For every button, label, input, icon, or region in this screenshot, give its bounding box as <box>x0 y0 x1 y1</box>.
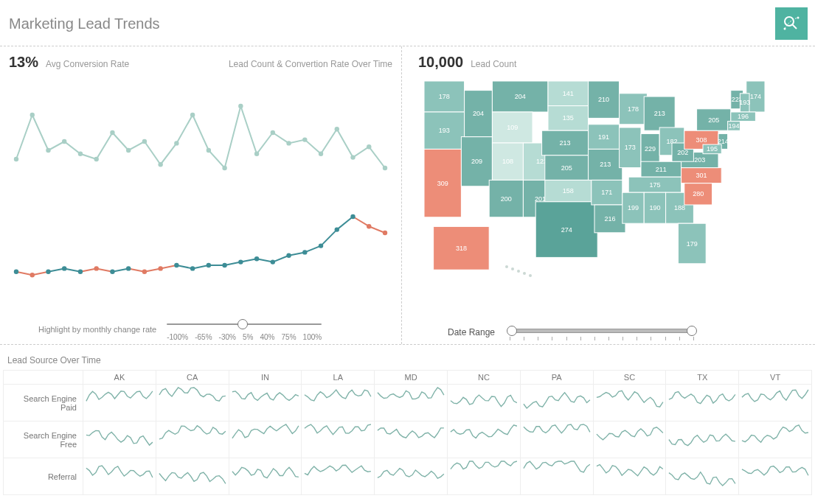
svg-point-41 <box>222 263 226 267</box>
spark-cell[interactable] <box>375 421 448 458</box>
spark-cell[interactable] <box>302 385 375 421</box>
spark-cell[interactable] <box>593 458 666 495</box>
spark-cell[interactable] <box>302 421 375 458</box>
spark-cell[interactable] <box>302 458 375 495</box>
svg-point-28 <box>14 270 18 274</box>
state-label-WA: 178 <box>439 93 450 100</box>
spark-cell[interactable] <box>666 421 739 458</box>
svg-point-38 <box>174 263 178 267</box>
svg-point-26 <box>367 144 371 149</box>
row-label: Search Engine Paid <box>4 385 83 421</box>
spark-cell[interactable] <box>229 385 302 421</box>
us-map[interactable]: 1781933092092042041091082001222011411352… <box>418 75 806 321</box>
spark-cell[interactable] <box>447 385 520 421</box>
spark-cell[interactable] <box>83 385 156 421</box>
state-label-OR: 193 <box>439 127 450 134</box>
svg-point-36 <box>142 270 147 274</box>
spark-cell[interactable] <box>520 385 593 421</box>
spark-cell[interactable] <box>447 421 520 458</box>
row-label: Search Engine Free <box>4 421 83 458</box>
change-slider[interactable] <box>167 317 322 332</box>
spark-cell[interactable] <box>666 385 739 421</box>
state-label-SC: 280 <box>693 190 704 197</box>
svg-point-42 <box>238 259 243 264</box>
spark-cell[interactable] <box>156 421 229 458</box>
spark-cell[interactable] <box>83 458 156 495</box>
spark-cell[interactable] <box>520 458 593 495</box>
spark-cell[interactable] <box>593 385 666 421</box>
state-label-MI: 213 <box>654 110 665 117</box>
svg-point-21 <box>286 141 291 145</box>
row-label: Referral <box>4 458 83 495</box>
spark-cell[interactable] <box>83 421 156 458</box>
svg-point-40 <box>207 263 211 267</box>
svg-point-50 <box>367 224 371 228</box>
spark-cell[interactable] <box>375 385 448 421</box>
explore-icon <box>782 14 801 33</box>
spark-cell[interactable] <box>520 421 593 458</box>
spark-cell[interactable] <box>666 458 739 495</box>
svg-point-12 <box>142 139 147 144</box>
state-label-ME: 174 <box>750 93 761 100</box>
explore-button[interactable] <box>775 7 808 40</box>
state-label-KY: 211 <box>656 166 667 173</box>
trend-panel: 13% Avg Conversion Rate Lead Count & Con… <box>0 46 402 344</box>
spark-cell[interactable] <box>739 458 812 495</box>
state-label-CT: 194 <box>728 122 739 130</box>
state-label-AL: 190 <box>649 204 660 211</box>
svg-point-31 <box>62 266 66 270</box>
state-label-UT: 108 <box>502 158 513 165</box>
svg-point-53 <box>511 267 514 270</box>
date-range-thumb-end[interactable] <box>687 326 697 336</box>
svg-point-23 <box>319 152 323 156</box>
col-CA: CA <box>156 371 229 385</box>
svg-point-48 <box>335 227 339 231</box>
spark-cell[interactable] <box>739 421 812 458</box>
change-slider-thumb[interactable] <box>237 319 248 329</box>
svg-point-14 <box>174 141 178 145</box>
trend-chart[interactable] <box>9 75 392 312</box>
svg-point-49 <box>350 214 355 219</box>
date-range-slider[interactable] <box>510 323 694 341</box>
spark-cell[interactable] <box>739 385 812 421</box>
col-PA: PA <box>520 371 593 385</box>
svg-point-4 <box>14 157 18 161</box>
spark-cell[interactable] <box>156 385 229 421</box>
spark-cell[interactable] <box>447 458 520 495</box>
state-label-WI: 178 <box>628 105 639 113</box>
col-AK: AK <box>83 371 156 385</box>
state-label-NE: 213 <box>560 139 571 147</box>
leadcount-kpi-label: Lead Count <box>471 59 516 69</box>
spark-cell[interactable] <box>229 421 302 458</box>
spark-cell[interactable] <box>593 421 666 458</box>
svg-point-47 <box>319 243 323 248</box>
conversion-kpi-label: Avg Conversion Rate <box>46 59 129 69</box>
svg-point-34 <box>110 270 114 274</box>
state-label-MS: 199 <box>628 204 639 211</box>
state-label-AZ: 200 <box>501 195 512 203</box>
state-label-FL: 179 <box>687 240 698 248</box>
date-range-thumb-start[interactable] <box>507 326 517 336</box>
svg-line-1 <box>792 24 797 29</box>
change-slider-ticks: -100%-65%-30%5%40%75%100% <box>167 333 322 341</box>
svg-point-16 <box>207 148 211 153</box>
state-label-NV: 209 <box>471 158 482 165</box>
state-label-NJ: 214 <box>718 138 729 145</box>
state-label-NH: 193 <box>739 99 750 106</box>
svg-point-39 <box>190 266 195 270</box>
state-label-NM: 201 <box>535 195 546 203</box>
state-label-KS: 205 <box>561 164 572 172</box>
svg-point-20 <box>271 130 275 135</box>
state-label-NC: 301 <box>696 172 707 179</box>
state-label-GA: 188 <box>674 204 685 211</box>
svg-point-18 <box>238 104 243 108</box>
state-label-IN: 229 <box>645 145 656 153</box>
spark-cell[interactable] <box>156 458 229 495</box>
col-NC: NC <box>447 371 520 385</box>
svg-point-24 <box>335 127 339 131</box>
spark-cell[interactable] <box>229 458 302 495</box>
table-row: Referral <box>4 458 812 495</box>
svg-point-35 <box>126 266 131 270</box>
spark-cell[interactable] <box>375 458 448 495</box>
state-label-TX: 274 <box>561 226 572 234</box>
